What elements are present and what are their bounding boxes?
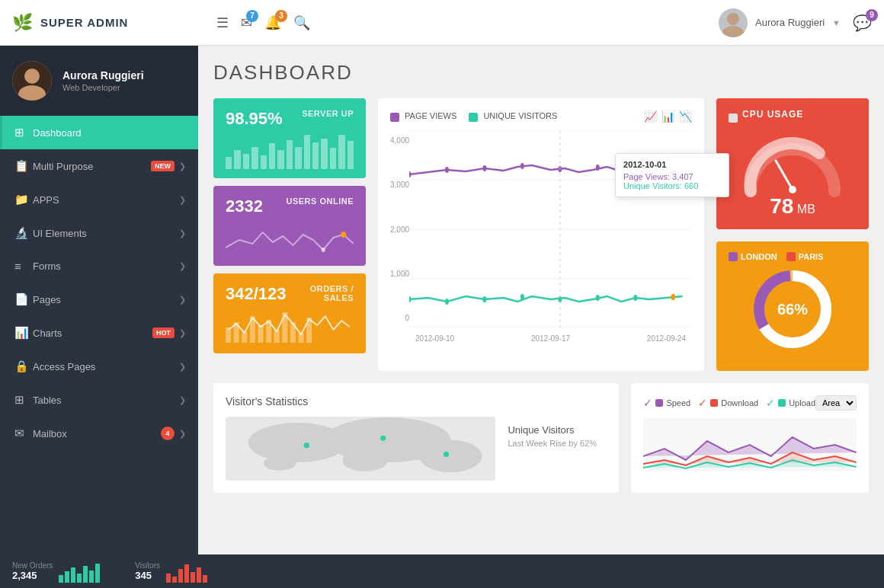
user-info[interactable]: Aurora Ruggieri ▼ [719, 8, 841, 37]
cpu-gauge [729, 130, 857, 199]
speed-card: ✓ Speed ✓ Download ✓ Upload [631, 383, 869, 493]
bar [277, 150, 283, 169]
sidebar-item-forms[interactable]: ≡ Forms ❯ [0, 250, 198, 283]
sidebar-item-label: Access Pages [33, 361, 179, 372]
svg-point-41 [789, 186, 796, 193]
line-chart-btn[interactable]: 📈 [644, 110, 657, 123]
visitors-label: Visitors [135, 561, 160, 570]
sidebar-avatar [12, 61, 52, 101]
svg-point-25 [482, 165, 486, 171]
sidebar-item-label: Multi Purpose [33, 161, 151, 172]
bar [338, 135, 344, 169]
sidebar-item-multipurpose[interactable]: 📋 Multi Purpose NEW ❯ [0, 149, 198, 183]
status-bar: New Orders 2,345 Visitors 345 [0, 554, 884, 588]
visitors-status: Visitors 345 [135, 560, 212, 583]
bar [287, 140, 293, 169]
chart-type-select[interactable]: Area [815, 395, 857, 411]
content-area: DASHBOARD 98.95% SERVER UP [198, 46, 884, 554]
hot-badge: HOT [152, 328, 175, 338]
chevron-icon: ❯ [179, 161, 186, 171]
tables-icon: ⊞ [14, 393, 33, 407]
mailbox-icon: ✉ [14, 427, 33, 440]
svg-rect-58 [89, 570, 94, 583]
new-orders-mini-chart [59, 560, 104, 583]
london-header: LONDON PARIS [729, 252, 857, 261]
svg-point-5 [341, 232, 346, 238]
donut-wrapper: 66% [751, 267, 834, 351]
chat-badge: 9 [866, 9, 878, 21]
cpu-label: CPU USAGE [742, 109, 803, 120]
bar [251, 147, 258, 169]
chat-button[interactable]: 💬 9 [853, 14, 872, 32]
brand-icon: 🌿 [12, 13, 33, 33]
avatar [719, 8, 748, 37]
brand: 🌿 SUPER ADMIN [12, 13, 210, 33]
cpu-card: CPU USAGE [716, 98, 869, 229]
svg-rect-55 [71, 567, 75, 583]
sidebar-item-pages[interactable]: 📄 Pages ❯ [0, 283, 198, 316]
new-badge: NEW [151, 161, 175, 171]
bell-badge: 3 [275, 10, 287, 22]
sidebar-item-label: UI Elements [33, 228, 179, 239]
top-navigation: 🌿 SUPER ADMIN ☰ ✉ 7 🔔 3 🔍 Aurora Ruggier… [0, 0, 884, 46]
sidebar-item-label: APPS [33, 194, 179, 206]
speed-legend-speed: ✓ Speed [643, 397, 690, 409]
chevron-icon: ❯ [179, 228, 186, 238]
charts-icon: 📊 [14, 326, 33, 340]
uv-legend: UNIQUE VISITORS [469, 111, 557, 121]
svg-rect-60 [166, 574, 171, 583]
speed-legend: ✓ Speed ✓ Download ✓ Upload [643, 397, 815, 409]
orders-chart [226, 308, 354, 343]
donut-chart: 66% [729, 267, 857, 351]
unique-visitors-label: Unique Visitors [508, 424, 607, 436]
svg-point-3 [24, 69, 40, 84]
sidebar: Aurora Ruggieri Web Developer ⊞ Dashboar… [0, 46, 198, 554]
user-dropdown-icon: ▼ [832, 18, 841, 27]
sidebar-item-tables[interactable]: ⊞ Tables ❯ [0, 383, 198, 417]
hamburger-button[interactable]: ☰ [216, 14, 229, 31]
bar [348, 141, 354, 169]
chevron-icon: ❯ [179, 362, 186, 372]
chart-header: PAGE VIEWS UNIQUE VISITORS 📈 📊 📉 [390, 110, 692, 123]
sidebar-user-info: Aurora Ruggieri Web Developer [62, 69, 144, 92]
new-orders-value: 2,345 [12, 570, 53, 581]
sidebar-item-label: Mailbox [33, 428, 161, 439]
orders-value: 342/123 [226, 284, 287, 304]
svg-point-51 [380, 436, 386, 441]
sidebar-item-dashboard[interactable]: ⊞ Dashboard [0, 116, 198, 149]
speed-legend-upload: ✓ Upload [766, 397, 815, 409]
search-button[interactable]: 🔍 [293, 14, 310, 31]
new-orders-label: New Orders [12, 561, 53, 570]
pv-legend: PAGE VIEWS [390, 111, 456, 121]
sidebar-item-ui-elements[interactable]: 🔬 UI Elements ❯ [0, 216, 198, 250]
bottom-row: Visitor's Statistics [213, 383, 869, 493]
cpu-indicator [729, 113, 738, 123]
sidebar-item-label: Pages [33, 294, 179, 305]
chart-svg-container: 2012-10-01 Page Views: 3,407 Unique Visi… [409, 130, 692, 343]
sidebar-item-charts[interactable]: 📊 Charts HOT ❯ [0, 316, 198, 350]
svg-rect-63 [184, 564, 189, 583]
sidebar-item-label: Charts [33, 328, 152, 339]
users-chart [226, 221, 354, 255]
mail-button[interactable]: ✉ 7 [241, 14, 252, 31]
sidebar-role: Web Developer [62, 83, 144, 92]
users-value: 2332 [226, 197, 263, 216]
london-paris-card: LONDON PARIS [716, 241, 869, 371]
y-axis: 4,000 3,000 2,000 1,000 0 [390, 130, 409, 328]
sidebar-item-apps[interactable]: 📁 APPS ❯ [0, 183, 198, 216]
apps-icon: 📁 [14, 193, 33, 206]
svg-point-38 [671, 294, 675, 300]
access-icon: 🔒 [14, 360, 33, 373]
bar-chart-btn[interactable]: 📊 [661, 110, 674, 123]
svg-rect-7 [226, 328, 231, 343]
svg-rect-65 [197, 567, 201, 583]
main-layout: Aurora Ruggieri Web Developer ⊞ Dashboar… [0, 46, 884, 554]
sidebar-item-mailbox[interactable]: ✉ Mailbox 4 ❯ [0, 417, 198, 450]
sidebar-item-access-pages[interactable]: 🔒 Access Pages ❯ [0, 350, 198, 383]
bell-button[interactable]: 🔔 3 [264, 14, 281, 31]
rise-label: Last Week Rise by 62% [508, 439, 607, 448]
bar [312, 142, 319, 169]
mailbox-badge: 4 [161, 427, 175, 440]
area-chart-btn[interactable]: 📉 [679, 110, 692, 123]
stat-cards-column: 98.95% SERVER UP [213, 98, 366, 371]
